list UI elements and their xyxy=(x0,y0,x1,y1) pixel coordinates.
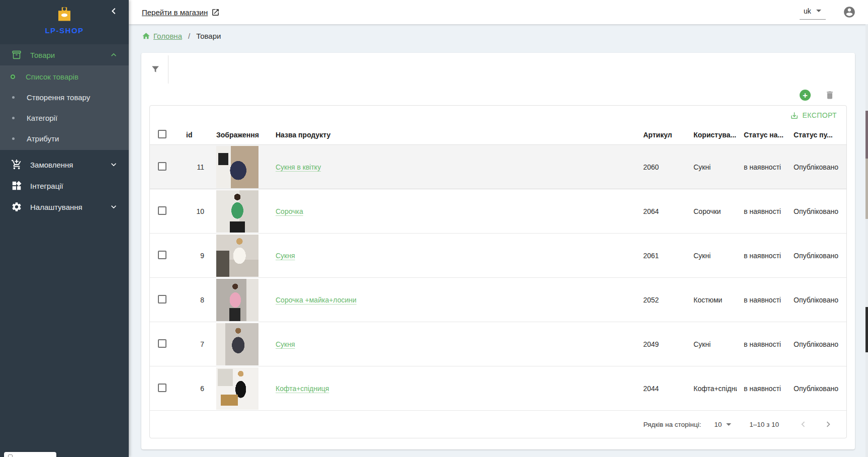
column-header-image[interactable]: Зображення xyxy=(207,131,269,139)
column-header-stock[interactable]: Статус на... xyxy=(737,131,787,139)
previous-page-button[interactable] xyxy=(797,418,809,430)
row-checkbox[interactable] xyxy=(158,206,166,215)
breadcrumb-separator: / xyxy=(186,32,192,40)
table-row: 11 Сукня в квітку 2060 Сукні в наявності… xyxy=(150,145,846,189)
column-header-status[interactable]: Статус пу... xyxy=(787,131,846,139)
row-id: 10 xyxy=(174,207,207,215)
product-name-link[interactable]: Кофта+спідниця xyxy=(276,385,329,393)
row-category: Кофта+спідниц xyxy=(688,385,737,393)
product-image[interactable] xyxy=(216,367,258,410)
bottom-left-popup-sliver[interactable] xyxy=(4,452,56,457)
row-sku: 2064 xyxy=(632,207,688,215)
column-header-id[interactable]: id xyxy=(174,131,207,139)
rows-per-page-label: Рядків на сторінці: xyxy=(643,421,701,428)
export-button[interactable]: ЕКСПОРТ xyxy=(790,111,837,120)
download-icon xyxy=(790,111,799,120)
sidebar-item-attributes[interactable]: Атрибути xyxy=(0,128,129,149)
row-category: Сукні xyxy=(688,340,737,348)
page-content: Головна / Товари + xyxy=(129,24,868,457)
rows-per-page-value: 10 xyxy=(714,421,722,428)
table-row: 7 Сукня 2049 Сукні в наявності Опубліков… xyxy=(150,322,846,366)
row-checkbox[interactable] xyxy=(158,384,166,392)
row-status: Опубліковано xyxy=(787,385,846,393)
row-category: Костюми xyxy=(688,296,737,304)
row-checkbox[interactable] xyxy=(158,251,166,259)
row-stock: в наявності xyxy=(737,252,787,260)
row-stock: в наявності xyxy=(737,385,787,393)
table-body: 11 Сукня в квітку 2060 Сукні в наявності… xyxy=(150,145,846,411)
column-header-sku[interactable]: Артикул xyxy=(632,131,688,139)
next-page-button[interactable] xyxy=(822,418,834,430)
product-name-link[interactable]: Сукня в квітку xyxy=(276,163,321,171)
product-image[interactable] xyxy=(216,235,258,277)
sidebar-item-label: Інтеграції xyxy=(30,182,119,190)
chevron-left-icon xyxy=(108,5,120,17)
trash-icon xyxy=(825,90,835,100)
row-status: Опубліковано xyxy=(787,163,846,171)
row-stock: в наявності xyxy=(737,296,787,304)
sidebar-item-settings[interactable]: Налаштування xyxy=(0,196,129,217)
sidebar: LP-SHOP Товари xyxy=(0,0,129,457)
product-name-link[interactable]: Сукня xyxy=(276,252,295,260)
caret-down-icon xyxy=(726,423,731,426)
row-id: 9 xyxy=(174,252,207,260)
add-product-button[interactable]: + xyxy=(800,90,811,101)
column-header-name[interactable]: Назва продукту xyxy=(269,131,632,139)
sidebar-item-label: Атрибути xyxy=(27,134,59,143)
sidebar-item-products[interactable]: Товари xyxy=(0,44,129,65)
sidebar-item-categories[interactable]: Категорії xyxy=(0,108,129,128)
row-stock: в наявності xyxy=(737,207,787,215)
sidebar-item-orders[interactable]: Замовлення xyxy=(0,154,129,175)
go-to-store-link[interactable]: Перейти в магазин xyxy=(142,8,220,17)
chevron-down-icon xyxy=(109,160,119,170)
table-row: 6 Кофта+спідниця 2044 Кофта+спідниц в на… xyxy=(150,366,846,411)
store-link-label: Перейти в магазин xyxy=(142,8,208,17)
delete-selected-button[interactable] xyxy=(825,90,835,100)
breadcrumb-current: Товари xyxy=(196,32,221,40)
sidebar-item-integrations[interactable]: Інтеграції xyxy=(0,175,129,196)
row-checkbox[interactable] xyxy=(158,339,166,348)
right-edge-sliver xyxy=(865,24,868,457)
table-row: 10 Сорочка 2064 Сорочки в наявності Опуб… xyxy=(150,189,846,234)
appbar: Перейти в магазин uk xyxy=(129,0,868,24)
column-header-category[interactable]: Користува... xyxy=(688,131,737,139)
product-image[interactable] xyxy=(216,279,258,321)
sidebar-item-create-product[interactable]: Створення товару xyxy=(0,87,129,108)
row-status: Опубліковано xyxy=(787,296,846,304)
product-image[interactable] xyxy=(216,146,258,188)
user-menu-button[interactable] xyxy=(843,6,856,19)
row-sku: 2049 xyxy=(632,340,688,348)
row-checkbox[interactable] xyxy=(158,162,166,171)
pagination-range: 1–10 з 10 xyxy=(744,421,784,428)
row-checkbox[interactable] xyxy=(158,295,166,303)
language-select[interactable]: uk xyxy=(800,5,826,20)
product-image[interactable] xyxy=(216,323,258,365)
sidebar-item-label: Товари xyxy=(30,51,109,59)
product-name-link[interactable]: Сорочка xyxy=(276,207,303,215)
breadcrumb-home-link[interactable]: Головна xyxy=(142,32,182,40)
sidebar-collapse-button[interactable] xyxy=(108,5,120,17)
select-all-checkbox[interactable] xyxy=(158,130,166,138)
sidebar-item-product-list[interactable]: Список товарів xyxy=(0,66,129,87)
sidebar-item-label: Налаштування xyxy=(30,203,109,211)
filter-divider xyxy=(168,55,168,84)
chevron-left-icon xyxy=(798,419,809,430)
row-sku: 2060 xyxy=(632,163,688,171)
filter-icon[interactable] xyxy=(150,64,161,75)
popup-icon xyxy=(8,454,13,457)
chevron-down-icon xyxy=(109,202,119,212)
product-image[interactable] xyxy=(216,190,258,233)
gear-icon xyxy=(11,201,22,212)
sidebar-item-label: Категорії xyxy=(27,114,57,122)
dot-icon xyxy=(12,117,15,119)
add-shopping-cart-icon xyxy=(11,159,22,170)
caret-down-icon xyxy=(816,10,821,12)
breadcrumb-home-label: Головна xyxy=(153,32,182,40)
breadcrumb: Головна / Товари xyxy=(129,24,868,40)
table-header: id Зображення Назва продукту Артикул Кор… xyxy=(150,125,846,145)
app-logo[interactable]: LP-SHOP xyxy=(45,5,83,35)
product-name-link[interactable]: Сорочка +майка+лосини xyxy=(276,296,357,304)
sidebar-menu: Товари Список товарів Створення товару К… xyxy=(0,44,129,217)
product-name-link[interactable]: Сукня xyxy=(276,340,295,348)
rows-per-page-select[interactable]: 10 xyxy=(714,421,731,428)
